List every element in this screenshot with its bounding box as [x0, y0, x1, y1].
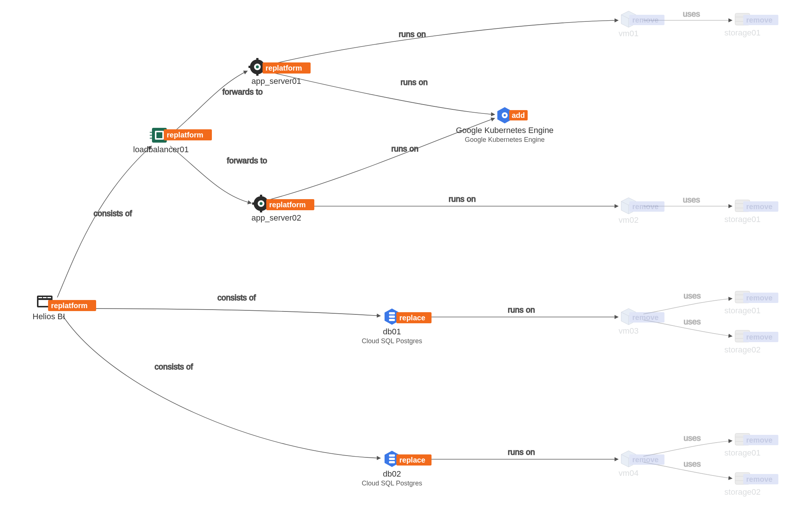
svg-rect-49	[389, 458, 395, 460]
edges-layer: consists of consists of consists of forw…	[57, 20, 618, 459]
edge-label: uses	[684, 317, 701, 326]
edge-app1-vm01	[270, 20, 618, 65]
edge-label: uses	[683, 195, 700, 204]
node-storage01-c[interactable]: remove storage01	[724, 291, 778, 315]
svg-text:replace: replace	[399, 456, 425, 464]
svg-text:remove: remove	[746, 333, 772, 341]
node-db02[interactable]: replace db02 Cloud SQL Postgres	[362, 451, 432, 487]
edge-label: consists of	[94, 209, 132, 218]
badge-remove: remove	[743, 293, 778, 303]
node-label: storage01	[724, 215, 761, 224]
node-label: storage02	[724, 487, 761, 497]
node-label: db01	[383, 327, 401, 336]
node-sublabel: Cloud SQL Postgres	[362, 480, 422, 487]
svg-text:replatform: replatform	[265, 64, 302, 72]
node-label: storage01	[724, 28, 761, 37]
node-label: app_server02	[251, 213, 301, 222]
badge-remove: remove	[629, 312, 664, 323]
edge-helios-db01	[67, 308, 380, 316]
node-vm04[interactable]: remove vm04	[619, 451, 664, 478]
svg-rect-42	[389, 312, 395, 314]
edge-app1-gke	[270, 72, 495, 115]
node-storage01-a[interactable]: remove storage01	[724, 13, 778, 37]
edge-helios-lb	[57, 146, 152, 297]
svg-rect-23	[248, 66, 252, 68]
edge-label: runs on	[391, 144, 418, 153]
svg-text:replatform: replatform	[51, 301, 88, 310]
badge-replace: replace	[396, 454, 432, 466]
node-label: vm03	[619, 326, 639, 335]
edge-label: runs on	[508, 447, 535, 457]
svg-rect-48	[389, 454, 395, 457]
node-label: vm02	[619, 215, 639, 225]
svg-rect-21	[256, 58, 258, 62]
node-label: app_server01	[251, 76, 301, 86]
svg-rect-32	[252, 202, 256, 205]
edge-label: uses	[683, 9, 700, 18]
edge-label: uses	[684, 433, 701, 443]
svg-rect-2	[43, 297, 47, 298]
badge-remove: remove	[743, 15, 778, 25]
node-label: vm01	[619, 29, 639, 38]
node-db01[interactable]: replace db01 Cloud SQL Postgres	[362, 308, 432, 345]
svg-text:remove: remove	[632, 313, 659, 321]
svg-rect-1	[38, 297, 42, 298]
edge-label: runs on	[399, 30, 426, 39]
badge-add: add	[509, 110, 528, 120]
svg-text:remove: remove	[632, 16, 659, 24]
node-label: loadbalancer01	[133, 145, 189, 154]
badge-remove: remove	[743, 435, 778, 445]
badge-replace: replace	[396, 312, 432, 323]
node-vm03[interactable]: remove vm03	[619, 308, 664, 335]
edge-label: forwards to	[227, 156, 267, 165]
svg-rect-22	[256, 72, 258, 76]
node-vm01[interactable]: remove vm01	[619, 11, 664, 38]
node-sublabel: Google Kubernetes Engine	[465, 136, 545, 143]
badge-replatform: replatform	[164, 129, 212, 140]
badge-remove: remove	[743, 474, 778, 484]
svg-text:remove: remove	[746, 16, 772, 24]
edge-label: runs on	[508, 305, 535, 314]
svg-point-20	[256, 65, 259, 68]
edge-label: consists of	[155, 362, 193, 371]
edge-helios-db02	[63, 316, 380, 458]
badge-remove: remove	[743, 201, 778, 212]
svg-rect-50	[389, 461, 395, 463]
svg-text:replatform: replatform	[269, 201, 306, 209]
node-label: db02	[383, 469, 401, 478]
svg-point-38	[504, 114, 506, 116]
edge-lb-app2	[170, 146, 251, 203]
node-app-server02[interactable]: replatform app_server02	[251, 195, 314, 222]
svg-rect-44	[389, 319, 395, 321]
edge-label: uses	[684, 459, 701, 468]
node-storage02-d[interactable]: remove storage02	[724, 473, 778, 497]
svg-text:replace: replace	[399, 314, 425, 322]
node-label: storage02	[724, 345, 761, 354]
svg-text:remove: remove	[746, 294, 772, 302]
node-loadbalancer01[interactable]: replatform loadbalancer01	[133, 128, 212, 154]
svg-text:add: add	[512, 111, 525, 119]
svg-rect-30	[260, 195, 262, 198]
node-vm02[interactable]: remove vm02	[619, 198, 664, 225]
svg-text:remove: remove	[632, 202, 659, 211]
edge-label: runs on	[449, 194, 476, 204]
edges-layer-faded: uses uses uses uses uses uses	[643, 9, 732, 478]
badge-remove: remove	[743, 332, 778, 342]
badge-remove: remove	[629, 201, 664, 212]
node-storage01-d[interactable]: remove storage01	[724, 433, 778, 457]
edge-vm04-st01	[643, 441, 732, 456]
svg-text:remove: remove	[746, 475, 772, 483]
node-label: Google Kubernetes Engine	[456, 126, 554, 135]
node-storage02-c[interactable]: remove storage02	[724, 330, 778, 354]
badge-replatform: replatform	[263, 62, 311, 74]
architecture-diagram: consists of consists of consists of forw…	[0, 0, 812, 508]
node-gke[interactable]: add Google Kubernetes Engine Google Kube…	[456, 107, 554, 143]
node-storage01-b[interactable]: remove storage01	[724, 200, 778, 224]
svg-rect-43	[389, 316, 395, 318]
svg-rect-9	[156, 132, 162, 138]
svg-rect-3	[47, 297, 51, 298]
node-label: storage01	[724, 306, 761, 315]
node-helios-bi[interactable]: replatform Helios BI	[33, 296, 96, 321]
svg-text:replatform: replatform	[167, 131, 203, 139]
edge-label: runs on	[400, 78, 427, 87]
